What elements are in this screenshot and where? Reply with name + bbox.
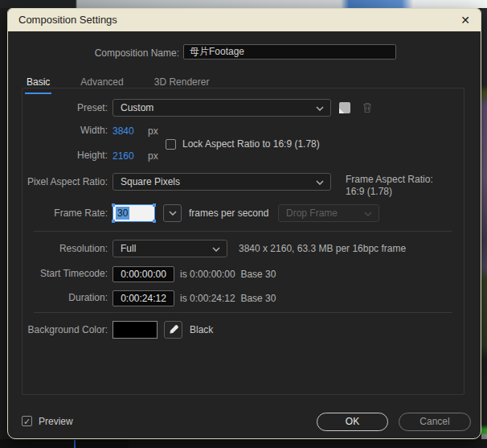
timeline-playhead-line bbox=[74, 440, 76, 448]
lock-aspect-label: Lock Aspect Ratio to 16:9 (1.78) bbox=[182, 138, 320, 150]
chevron-down-icon bbox=[364, 212, 372, 216]
focus-corner-handle bbox=[112, 203, 115, 207]
background-panel-corner bbox=[0, 439, 129, 448]
resolution-value: Full bbox=[121, 243, 136, 254]
drop-frame-dropdown: Drop Frame bbox=[278, 204, 379, 222]
frame-rate-input[interactable]: 30 bbox=[113, 204, 155, 222]
app-background-strip bbox=[0, 439, 487, 448]
width-unit: px bbox=[148, 125, 158, 137]
frame-rate-dropdown-button[interactable] bbox=[163, 204, 182, 222]
chevron-down-icon bbox=[316, 180, 324, 185]
section-divider bbox=[34, 312, 452, 313]
background-color-label: Background Color: bbox=[23, 321, 108, 339]
preset-label: Preset: bbox=[23, 99, 108, 117]
duration-input[interactable]: 0:00:24:12 bbox=[113, 290, 174, 306]
composition-settings-dialog: Composition Settings ✕ Composition Name:… bbox=[7, 8, 481, 439]
save-preset-button[interactable] bbox=[335, 99, 354, 117]
frame-rate-label: Frame Rate: bbox=[23, 204, 108, 222]
duration-label: Duration: bbox=[23, 290, 108, 306]
frame-aspect-ratio-value: 16:9 (1.78) bbox=[346, 186, 392, 198]
height-value[interactable]: 2160 bbox=[113, 150, 134, 162]
ok-button[interactable]: OK bbox=[317, 413, 388, 431]
drop-frame-value: Drop Frame bbox=[286, 208, 338, 219]
focus-corner-handle bbox=[153, 220, 156, 223]
check-icon: ✓ bbox=[23, 417, 31, 426]
chevron-down-icon bbox=[169, 211, 177, 216]
eyedropper-button[interactable] bbox=[164, 321, 182, 339]
frames-per-second-label: frames per second bbox=[189, 204, 268, 222]
width-value[interactable]: 3840 bbox=[113, 125, 134, 137]
background-video-sliver bbox=[481, 8, 487, 448]
preview-checkbox[interactable]: ✓ bbox=[22, 416, 32, 426]
resolution-info: 3840 x 2160, 63.3 MB per 16bpc frame bbox=[239, 240, 406, 257]
frame-rate-value: 30 bbox=[116, 207, 129, 220]
width-label: Width: bbox=[23, 124, 108, 137]
trash-icon bbox=[361, 101, 374, 114]
background-video-strip bbox=[0, 0, 487, 8]
preview-label: Preview bbox=[39, 416, 73, 427]
background-color-name: Black bbox=[190, 321, 213, 339]
chevron-down-icon bbox=[212, 247, 220, 252]
cancel-button[interactable]: Cancel bbox=[399, 413, 471, 431]
lock-aspect-checkbox[interactable] bbox=[166, 139, 176, 150]
start-timecode-label: Start Timecode: bbox=[23, 265, 108, 282]
basic-tab-panel: Preset: Custom Width: 3840 px Lock Aspec… bbox=[22, 88, 464, 395]
preset-dropdown[interactable]: Custom bbox=[113, 99, 331, 117]
resolution-label: Resolution: bbox=[23, 240, 108, 257]
composition-name-input[interactable]: 母片Footage bbox=[183, 44, 396, 60]
screen: Composition Settings ✕ Composition Name:… bbox=[0, 0, 487, 448]
duration-info: is 0:00:24:12 Base 30 bbox=[180, 290, 276, 306]
height-unit: px bbox=[148, 150, 158, 162]
frame-aspect-ratio-label: Frame Aspect Ratio: bbox=[346, 174, 433, 186]
composition-name-label: Composition Name: bbox=[8, 46, 179, 61]
start-timecode-info: is 0:00:00:00 Base 30 bbox=[180, 266, 276, 282]
dialog-title-bar[interactable]: Composition Settings ✕ bbox=[8, 9, 481, 31]
section-divider bbox=[34, 231, 452, 232]
pixel-aspect-ratio-value: Square Pixels bbox=[121, 176, 180, 187]
preset-value: Custom bbox=[121, 102, 153, 113]
pixel-aspect-ratio-dropdown[interactable]: Square Pixels bbox=[113, 173, 331, 191]
eyedropper-icon bbox=[168, 324, 179, 335]
close-icon: ✕ bbox=[460, 14, 470, 27]
save-preset-icon bbox=[338, 101, 352, 115]
resolution-dropdown[interactable]: Full bbox=[113, 240, 227, 257]
focus-corner-handle bbox=[153, 203, 156, 207]
pixel-aspect-ratio-label: Pixel Aspect Ratio: bbox=[23, 173, 108, 191]
delete-preset-button bbox=[358, 99, 376, 117]
chevron-down-icon bbox=[316, 106, 324, 111]
start-timecode-input[interactable]: 0:00:00:00 bbox=[113, 266, 174, 282]
focus-corner-handle bbox=[112, 220, 115, 223]
background-color-swatch[interactable] bbox=[113, 321, 158, 339]
close-button[interactable]: ✕ bbox=[456, 11, 474, 29]
dialog-title: Composition Settings bbox=[18, 9, 117, 31]
height-label: Height: bbox=[23, 149, 108, 162]
